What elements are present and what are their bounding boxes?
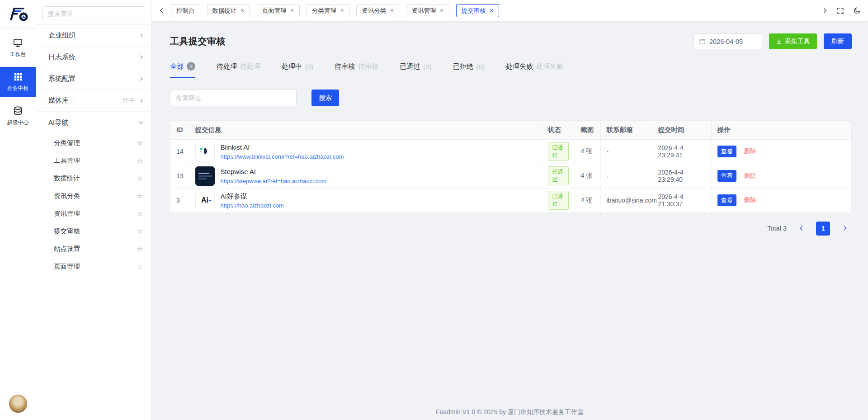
tool-url-link[interactable]: https://hao.aizhaozi.com — [221, 202, 284, 209]
tab-category-mgmt[interactable]: 分类管理 ✕ — [307, 4, 349, 17]
submissions-table: ID 提交信息 状态 截图 联系邮箱 提交时间 操作 14 — [170, 120, 852, 213]
menu-search-input[interactable] — [42, 6, 145, 20]
rail-item-super-center[interactable]: 超级中心 — [0, 101, 36, 131]
app-root: 工作台 企业中枢 超级中心 — [0, 0, 868, 420]
star-icon[interactable]: ☆ — [137, 263, 143, 271]
filter-tab-pending[interactable]: 待处理 待处理 — [217, 62, 260, 78]
tabs-scroll-left-icon[interactable] — [157, 8, 166, 14]
pagination: Total 3 1 — [170, 222, 852, 236]
filter-tab-all[interactable]: 全部 3 — [170, 62, 195, 78]
app-footer: Foadmin V1.0 © 2025 by 厦门市知序技术服务工作室 — [151, 404, 868, 420]
tool-url-link[interactable]: https://stepwise.ai?ref=hao.aizhaozi.com — [221, 178, 327, 184]
sidebar-item-submission-review[interactable]: 提交审核 ☆ — [36, 222, 151, 240]
rail-item-enterprise-hub[interactable]: 企业中枢 — [0, 67, 36, 97]
menu-group-logs[interactable]: 日志系统 — [36, 47, 151, 68]
cell-screenshots: 4 张 — [575, 188, 600, 212]
fullscreen-icon[interactable] — [837, 7, 844, 14]
tabs-list: 控制台 数据统计 ✕ 页面管理 ✕ 分类管理 ✕ 资讯分类 ✕ — [171, 4, 499, 17]
sidebar-item-tool-mgmt[interactable]: 工具管理 ☆ — [36, 152, 151, 170]
close-icon[interactable]: ✕ — [439, 8, 443, 13]
sidebar-item-category-mgmt[interactable]: 分类管理 ☆ — [36, 134, 151, 152]
date-input[interactable] — [709, 38, 757, 45]
cell-id: 3 — [170, 188, 189, 212]
sidebar-item-news-category[interactable]: 资讯分类 ☆ — [36, 187, 151, 205]
tab-console[interactable]: 控制台 — [171, 4, 200, 17]
sidebar-item-label: 站点设置 — [54, 245, 137, 253]
url-search-input[interactable] — [170, 90, 297, 106]
filter-tab-approved[interactable]: 已通过 (3) — [400, 62, 431, 78]
cell-screenshots: 4 张 — [575, 164, 600, 188]
next-page-button[interactable] — [838, 222, 852, 236]
col-header-screenshots: 截图 — [575, 121, 600, 139]
cell-actions: 查看 删除 — [711, 164, 851, 188]
tab-data-stats[interactable]: 数据统计 ✕ — [207, 4, 250, 17]
tool-url-link[interactable]: https://www.blinkist.com/?ref=hao.aizhao… — [221, 153, 344, 160]
close-icon[interactable]: ✕ — [340, 8, 344, 13]
tab-page-mgmt[interactable]: 页面管理 ✕ — [257, 4, 300, 17]
delete-button[interactable]: 删除 — [744, 148, 756, 155]
delete-button[interactable]: 删除 — [744, 172, 756, 179]
rail-item-workbench[interactable]: 工作台 — [0, 33, 36, 63]
collect-tools-button[interactable]: 采集工具 — [769, 33, 817, 49]
status-badge: 已通过 — [548, 166, 569, 185]
menu-group-system-config[interactable]: 系统配置 — [36, 68, 151, 90]
menu-group-org[interactable]: 企业组织 — [36, 25, 151, 47]
menu-group-label: 系统配置 — [48, 75, 139, 83]
menu-group-ai-nav[interactable]: AI导航 — [36, 112, 151, 133]
sidebar-item-news-mgmt[interactable]: 资讯管理 ☆ — [36, 205, 151, 222]
close-icon[interactable]: ✕ — [390, 8, 394, 13]
col-header-info: 提交信息 — [189, 121, 542, 139]
cell-screenshots: 4 张 — [575, 139, 600, 164]
tabs-scroll-right-icon[interactable] — [822, 8, 828, 14]
filter-tab-failed[interactable]: 处理失败 处理失败 — [506, 62, 563, 78]
star-icon[interactable]: ☆ — [137, 245, 143, 253]
tool-thumbnail — [195, 142, 215, 161]
tab-news-category[interactable]: 资讯分类 ✕ — [356, 4, 399, 17]
view-button[interactable]: 查看 — [717, 146, 736, 157]
star-icon[interactable]: ☆ — [137, 139, 143, 147]
sidebar-item-page-mgmt[interactable]: 页面管理 ☆ — [36, 258, 151, 275]
star-icon[interactable]: ☆ — [137, 175, 143, 183]
sidebar-item-data-stats[interactable]: 数据统计 ☆ — [36, 170, 151, 187]
filter-tab-sub: (0) — [305, 63, 313, 71]
sidebar-item-site-settings[interactable]: 站点设置 ☆ — [36, 240, 151, 258]
filter-tab-rejected[interactable]: 已拒绝 (0) — [453, 62, 485, 78]
date-picker[interactable] — [693, 33, 762, 49]
prev-page-button[interactable] — [794, 222, 808, 236]
tab-news-mgmt[interactable]: 资讯管理 ✕ — [406, 4, 449, 17]
star-icon[interactable]: ☆ — [137, 192, 143, 200]
close-icon[interactable]: ✕ — [290, 8, 294, 13]
close-icon[interactable]: ✕ — [241, 8, 245, 13]
cell-id: 13 — [170, 164, 189, 188]
tool-name: Blinkist AI — [221, 143, 344, 151]
menu-group-media-library[interactable]: 媒体库 叶子 — [36, 90, 151, 112]
star-icon[interactable]: ☆ — [137, 227, 143, 236]
cell-time: 2026-4-4 23:29:41 — [652, 139, 711, 164]
current-page-button[interactable]: 1 — [816, 222, 830, 236]
tab-submission-review[interactable]: 提交审核 ✕ — [456, 4, 499, 17]
col-header-email: 联系邮箱 — [600, 121, 652, 139]
filter-tab-processing[interactable]: 处理中 (0) — [282, 62, 313, 78]
table-header-row: ID 提交信息 状态 截图 联系邮箱 提交时间 操作 — [170, 121, 851, 139]
tab-label: 分类管理 — [312, 7, 336, 15]
star-icon[interactable]: ☆ — [137, 210, 143, 218]
close-icon[interactable]: ✕ — [490, 8, 494, 13]
sidebar-item-label: 分类管理 — [54, 139, 137, 147]
view-button[interactable]: 查看 — [717, 170, 736, 182]
cell-actions: 查看 删除 — [711, 188, 851, 212]
refresh-button[interactable]: 刷新 — [824, 33, 852, 49]
dark-mode-moon-icon[interactable] — [853, 7, 861, 14]
search-button-label: 搜索 — [319, 94, 332, 102]
chevron-down-icon — [138, 120, 144, 125]
status-filter-tabs: 全部 3 待处理 待处理 处理中 (0) 待审核 待审核 已通过 (3) — [170, 62, 852, 78]
star-icon[interactable]: ☆ — [137, 157, 143, 165]
delete-button[interactable]: 删除 — [744, 197, 756, 203]
search-button[interactable]: 搜索 — [311, 90, 339, 106]
filter-tab-label: 全部 — [170, 62, 184, 71]
database-icon — [13, 106, 23, 116]
user-avatar[interactable] — [9, 395, 27, 413]
collect-tools-label: 采集工具 — [785, 38, 810, 46]
filter-tab-awaiting-review[interactable]: 待审核 待审核 — [335, 62, 378, 78]
view-button[interactable]: 查看 — [717, 194, 736, 206]
filter-tab-sub: 待处理 — [240, 62, 260, 71]
